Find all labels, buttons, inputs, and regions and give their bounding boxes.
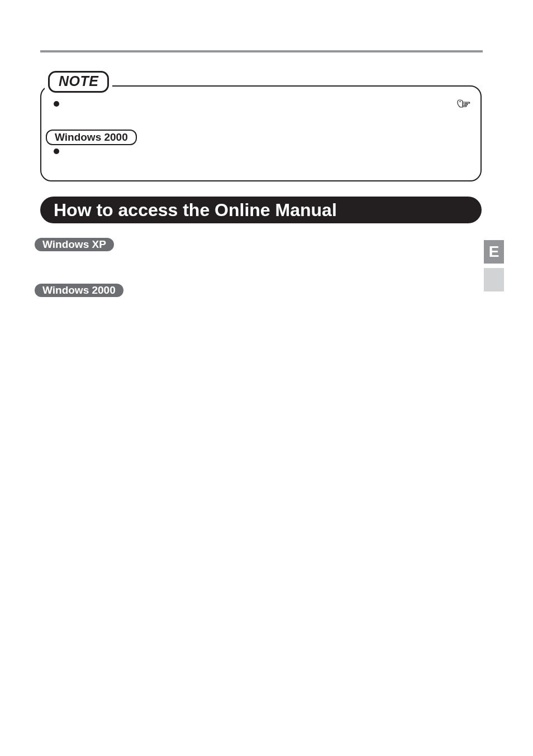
os-badge-windows-2000: Windows 2000 [46,130,137,145]
page: NOTE Windows 2000 How to access the Onli… [0,0,533,756]
os-badge-windows-2000: Windows 2000 [35,284,123,297]
pointing-hand-icon [457,97,470,109]
top-divider [40,50,483,52]
side-tab: E [484,240,504,264]
section-heading: How to access the Online Manual [40,197,482,223]
note-label-wrap: NOTE [45,71,112,93]
bullet-icon [54,101,59,107]
os-badge-windows-xp: Windows XP [35,238,114,251]
bullet-icon [54,149,59,154]
side-tab-empty [484,268,504,291]
note-label: NOTE [48,71,109,93]
